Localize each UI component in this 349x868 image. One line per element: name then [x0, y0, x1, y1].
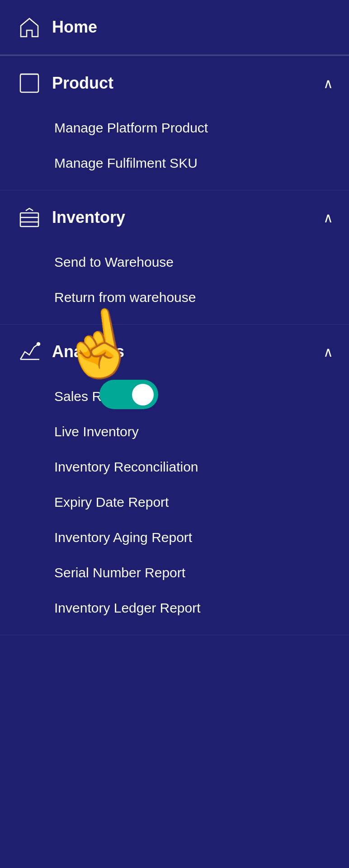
inventory-sub-items: Send to Warehouse Return from warehouse [0, 245, 349, 324]
analytics-sub-items: Sales Report Live Inventory Inventory Re… [0, 379, 349, 635]
svg-rect-0 [20, 74, 38, 92]
product-sub-items: Manage Platform Product Manage Fulfilmen… [0, 110, 349, 190]
sidebar-item-serial-number-report[interactable]: Serial Number Report [0, 555, 349, 590]
product-section: Product ∧ Manage Platform Product Manage… [0, 56, 349, 190]
toggle-switch[interactable] [99, 380, 158, 409]
inventory-icon [16, 204, 43, 231]
sidebar: Home Product ∧ Manage Platform Product M… [0, 0, 349, 635]
sidebar-item-send-to-warehouse[interactable]: Send to Warehouse [0, 245, 349, 280]
sidebar-item-expiry-date-report[interactable]: Expiry Date Report [0, 485, 349, 520]
svg-point-3 [37, 343, 40, 345]
toggle-dot [132, 384, 154, 406]
product-chevron: ∧ [323, 75, 333, 91]
svg-rect-2 [20, 213, 38, 226]
analytics-section: Analytics ∧ Sales Report Live Inventory … [0, 325, 349, 635]
analytics-label: Analytics [52, 342, 323, 361]
sidebar-item-home[interactable]: Home [0, 0, 349, 55]
sidebar-item-manage-platform-product[interactable]: Manage Platform Product [0, 110, 349, 146]
sidebar-item-inventory[interactable]: Inventory ∧ [0, 190, 349, 245]
sidebar-item-inventory-aging-report[interactable]: Inventory Aging Report [0, 520, 349, 555]
product-icon [16, 70, 43, 97]
analytics-icon [16, 338, 43, 365]
sidebar-item-manage-fulfilment-sku[interactable]: Manage Fulfilment SKU [0, 146, 349, 181]
inventory-section: Inventory ∧ Send to Warehouse Return fro… [0, 190, 349, 325]
inventory-label: Inventory [52, 208, 323, 227]
product-label: Product [52, 74, 323, 93]
sidebar-item-analytics[interactable]: Analytics ∧ [0, 325, 349, 379]
analytics-chevron: ∧ [323, 344, 333, 360]
sidebar-item-inventory-ledger-report[interactable]: Inventory Ledger Report [0, 590, 349, 626]
sidebar-item-product[interactable]: Product ∧ [0, 56, 349, 110]
sidebar-item-return-from-warehouse[interactable]: Return from warehouse [0, 280, 349, 315]
sidebar-item-sales-report[interactable]: Sales Report [0, 379, 349, 414]
sidebar-item-inventory-reconciliation[interactable]: Inventory Reconciliation [0, 449, 349, 485]
home-label: Home [52, 18, 333, 37]
sidebar-item-live-inventory[interactable]: Live Inventory [0, 414, 349, 449]
home-icon [16, 14, 43, 41]
inventory-chevron: ∧ [323, 210, 333, 226]
